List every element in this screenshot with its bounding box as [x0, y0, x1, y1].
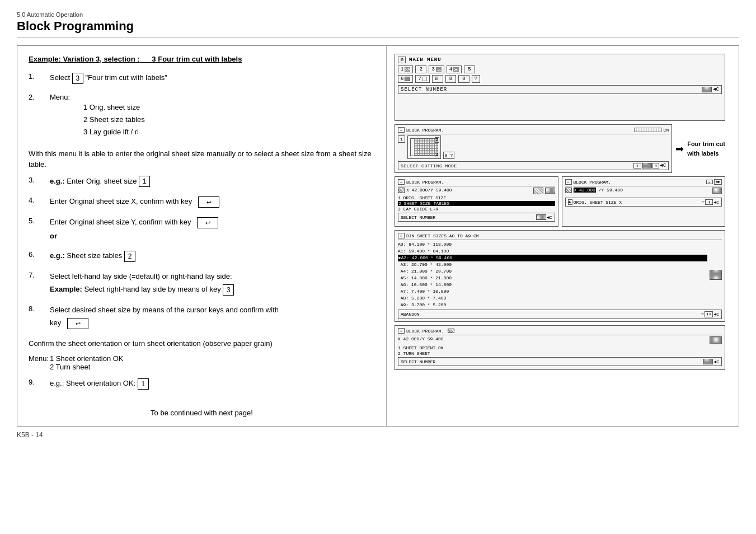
step-6-bold: e.g.:	[50, 251, 65, 260]
step-8-content: Select desired sheet size by means of th…	[50, 305, 375, 331]
hatch-icon-1	[398, 188, 405, 193]
step-2-content: Menu: 1 Orig. sheet size 2 Sheet size ta…	[50, 93, 375, 142]
cm-label: CM	[664, 128, 669, 133]
grid-icon-5	[703, 359, 713, 364]
prog-icon-5: ✏	[398, 328, 405, 334]
grid-icon	[702, 87, 712, 92]
prog-bar	[634, 128, 662, 132]
select-num-bar-2: SELECT NUMBER ◄C	[398, 213, 555, 222]
coord-xy-5: X 42.000/Y 59.400	[398, 336, 444, 344]
diag-num-3: 3	[435, 152, 439, 157]
select-number-2: SELECT NUMBER	[401, 215, 435, 220]
prog-header-1: ✏ BLOCK PROGRAM. CM	[398, 127, 669, 134]
step-1-content: Select 3 "Four trim cut with labels"	[50, 72, 375, 86]
menu2-item-2: 2 Turn sheet	[50, 363, 375, 371]
step-2: 2. Menu: 1 Orig. sheet size 2 Sheet size…	[29, 93, 375, 142]
step-6-num: 6.	[29, 250, 50, 259]
menu2-content: 1 Sheet orientation OK 2 Turn sheet	[50, 354, 375, 371]
arrow-label-area: ➡	[675, 143, 684, 155]
menu-lay: 3 LAY GUIDE L-R	[398, 207, 555, 212]
block-prog-label-1: BLOCK PROGRAM.	[406, 128, 444, 133]
diag-num-1: 1	[398, 135, 405, 143]
coord-row-5: X 42.000/Y 59.400	[398, 336, 722, 344]
step-7-content: Select left-hand lay side (=default) or …	[50, 271, 375, 298]
page-title: Block Programming	[17, 19, 739, 38]
step-6-text: Sheet size tables	[67, 251, 124, 260]
hatch-icon-2	[565, 188, 572, 193]
step-7: 7. Select left-hand lay side (=default) …	[29, 271, 375, 298]
updown-2: ⬆⬇	[705, 311, 713, 317]
step-4-text: Enter Original sheet size X, confirm wit…	[50, 197, 192, 205]
menu2-label: Menu:	[29, 354, 50, 363]
hatch-box-1	[533, 188, 543, 194]
menu-item-1: 1 Orig. sheet size	[83, 101, 375, 114]
btn-0: 0	[458, 75, 469, 83]
coord-x-highlight: X 42.000	[574, 188, 596, 193]
orig-sheet-x-bar: ▶ ORIG. SHEET SIZE X = ⬆ ◄C	[565, 198, 722, 207]
step-5-text: Enter Original sheet size Y, confirm wit…	[50, 218, 191, 226]
din-row-a5: A5: 14.800 * 21.000	[398, 275, 707, 282]
step-3: 3. e.g.: Enter Orig. sheet size 1	[29, 176, 375, 190]
prog-icon-3: ✏	[565, 179, 572, 185]
diag-num-2: 2	[435, 137, 439, 143]
din-grid	[710, 270, 722, 280]
din-content: A0: 84.100 * 118.900 A1: 59.400 * 84.100…	[398, 241, 722, 308]
step-3-num: 3.	[29, 176, 50, 184]
step-7-example-text: Select right-hand lay side by means of k…	[84, 285, 223, 293]
din-sheet-title: DIN SHEET SIZES A0 TO A9 CM	[406, 233, 479, 238]
step-3-text: Enter Orig. sheet size	[67, 177, 139, 185]
continued-text: To be continued with next page!	[29, 409, 375, 417]
din-row-a8: A8: 5.200 * 7.400	[398, 295, 707, 302]
step-9-text: e.g.: Sheet orientation OK:	[50, 379, 135, 387]
grid-box-2	[712, 188, 722, 194]
grid-box-1	[545, 188, 555, 194]
diag-grid	[414, 139, 438, 156]
step-1-box: 3	[72, 73, 83, 84]
end-c2: ◄C	[660, 163, 666, 168]
nav-4: ◄►	[714, 179, 722, 185]
din-sheet-list: A0: 84.100 * 118.900 A1: 59.400 * 84.100…	[398, 241, 707, 308]
din-row-a9: A9: 3.700 * 5.200	[398, 302, 707, 308]
din-row-a2: ►A2: 42.000 * 59.400	[398, 255, 707, 261]
menu-item-2: 2 Sheet size tables	[83, 114, 375, 126]
screens-container: 🖹 MAIN MENU 1 2 3	[392, 51, 727, 372]
orig-arrow: ▶	[568, 199, 572, 205]
main-menu-row1: 1 2 3 4	[398, 65, 722, 73]
din-right	[710, 241, 722, 308]
coord-xy-2: X 42.000 /Y 59.400	[574, 188, 623, 194]
step-3-content: e.g.: Enter Orig. sheet size 1	[50, 176, 375, 190]
diag-bot: 0 ?	[443, 135, 454, 159]
btn-3-icon	[436, 67, 442, 72]
step-1: 1. Select 3 "Four trim cut with labels"	[29, 72, 375, 86]
prog-header-5: ✏ BLOCK PROGRAM.	[398, 328, 722, 335]
diag-inner	[410, 138, 438, 156]
btn-1-icon	[405, 67, 410, 72]
din-row-a3: A3: 29.700 * 42.000	[398, 261, 707, 268]
step-5-content: Enter Original sheet size Y, confirm wit…	[50, 217, 375, 243]
btn-5: 5	[464, 65, 475, 73]
step-7-box: 3	[223, 284, 234, 296]
example-header: Example: Variation 3, selection : 3 Four…	[29, 55, 375, 63]
select-num-bar-5: SELECT NUMBER ◄C	[398, 357, 722, 366]
note-1: With this menu it is able to enter the o…	[29, 148, 375, 170]
step-7-example-bold: Example:	[50, 285, 82, 293]
nav-plus: +	[633, 163, 641, 168]
prog-icon-2: ✏	[398, 179, 405, 185]
select-cutting-label: SELECT CUTTING MODE	[401, 163, 457, 168]
hatch-icon-5	[448, 329, 454, 333]
btn-2: 2	[415, 65, 426, 73]
content-area: Example: Variation 3, selection : 3 Four…	[17, 45, 739, 427]
select-number-label: SELECT NUMBER	[401, 87, 447, 92]
sheet-orient-ok: 1 SHEET ORIENT.OK	[398, 345, 722, 350]
step-5: 5. Enter Original sheet size Y, confirm …	[29, 217, 375, 243]
main-menu-row2: 6 7 B 8 0 ?	[398, 75, 722, 83]
grid-icon-3	[536, 214, 546, 220]
turn-sheet: 2 TURN SHEET	[398, 351, 722, 356]
step-4: 4. Enter Original sheet size X, confirm …	[29, 196, 375, 210]
btn-q: ?	[472, 75, 480, 83]
abandon-bar: ABANDON = ⬆⬇ ◄C	[398, 310, 722, 319]
step-9-box: 1	[138, 378, 149, 390]
note-2: Confirm the sheet orientation or turn sh…	[29, 338, 375, 349]
btn-3: 3	[429, 65, 444, 73]
main-menu-screen: 🖹 MAIN MENU 1 2 3	[395, 54, 725, 121]
